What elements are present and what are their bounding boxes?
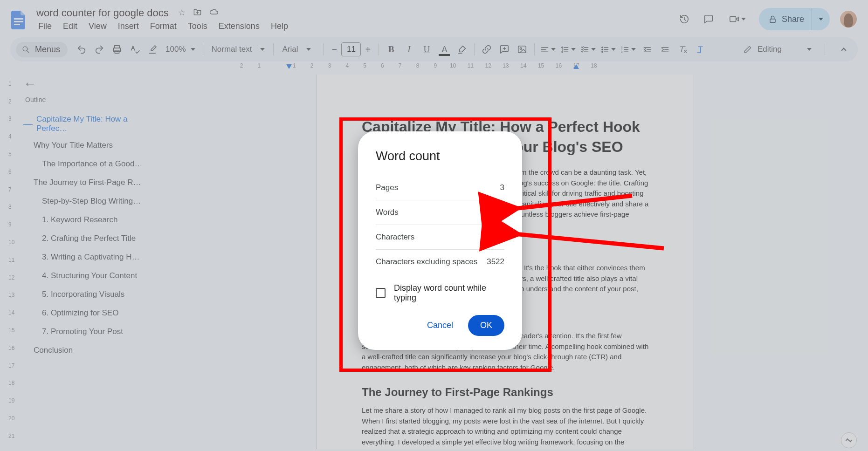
- dialog-title: Word count: [376, 149, 504, 164]
- word-count-row: Words665: [376, 200, 504, 225]
- wc-label: Words: [376, 208, 399, 217]
- wc-label: Characters: [376, 232, 414, 242]
- wc-value: 4157: [487, 232, 504, 242]
- word-count-row: Characters4157: [376, 225, 504, 250]
- wc-value: 3522: [487, 257, 504, 266]
- wc-label: Pages: [376, 183, 398, 192]
- checkbox-icon: [376, 288, 386, 298]
- word-count-row: Characters excluding spaces3522: [376, 250, 504, 274]
- checkbox-label: Display word count while typing: [394, 283, 504, 303]
- word-count-row: Pages3: [376, 176, 504, 200]
- wc-value: 665: [491, 208, 504, 217]
- display-while-typing-checkbox[interactable]: Display word count while typing: [376, 283, 504, 303]
- word-count-dialog: Word count Pages3Words665Characters4157C…: [358, 131, 522, 350]
- wc-label: Characters excluding spaces: [376, 257, 477, 266]
- cancel-button[interactable]: Cancel: [421, 316, 459, 335]
- wc-value: 3: [500, 183, 504, 192]
- ok-button[interactable]: OK: [468, 315, 504, 336]
